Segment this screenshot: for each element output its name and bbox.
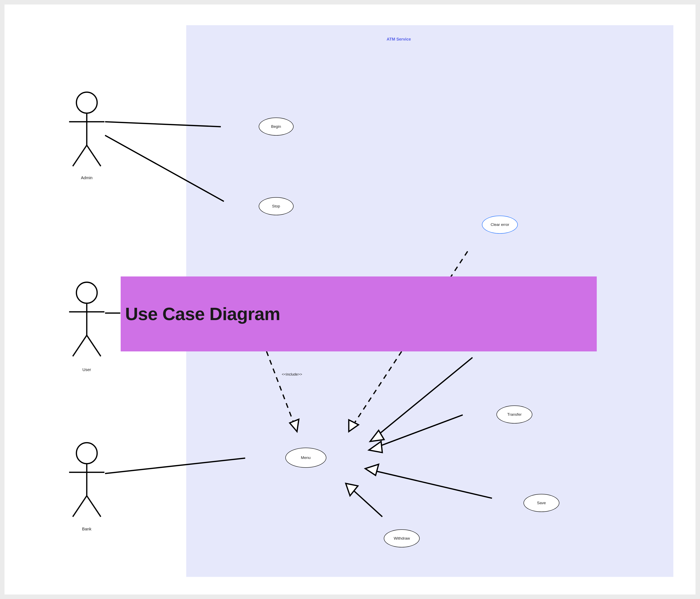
actor-bank-figure — [69, 443, 104, 517]
usecase-save[interactable]: Save — [523, 494, 559, 512]
system-boundary-title: ATM Service — [386, 37, 411, 42]
svg-line-8 — [73, 335, 86, 356]
svg-point-5 — [76, 282, 97, 303]
actor-user-figure — [69, 282, 104, 356]
actor-admin-figure — [69, 92, 104, 166]
title-banner: Use Case Diagram — [121, 277, 597, 351]
svg-line-4 — [87, 145, 101, 166]
page-background: ATM Service — [0, 0, 700, 599]
svg-point-10 — [76, 443, 97, 464]
diagram-card: ATM Service — [4, 4, 696, 595]
svg-line-13 — [73, 496, 86, 517]
title-banner-text: Use Case Diagram — [125, 304, 280, 324]
actor-bank-label: Bank — [82, 527, 92, 531]
svg-line-9 — [87, 335, 101, 356]
usecase-transfer[interactable]: Transfer — [497, 406, 532, 423]
usecase-begin[interactable]: Begin — [259, 118, 294, 136]
svg-line-14 — [87, 496, 101, 517]
usecase-clear-error[interactable]: Clear error — [482, 216, 518, 234]
actor-user-label: User — [82, 367, 91, 372]
usecase-withdraw[interactable]: Withdraw — [384, 529, 420, 547]
svg-point-0 — [76, 92, 97, 113]
usecase-menu[interactable]: Menu — [285, 448, 326, 468]
actor-admin-label: Admin — [81, 176, 93, 180]
usecase-stop[interactable]: Stop — [259, 197, 294, 215]
include-label: <<include>> — [282, 372, 302, 376]
svg-line-3 — [73, 145, 86, 166]
